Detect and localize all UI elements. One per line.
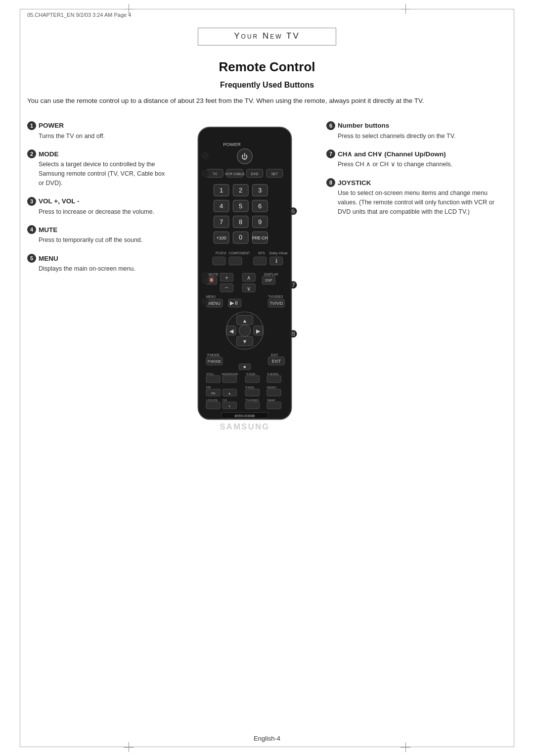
svg-text:▶⏸: ▶⏸ [230, 300, 239, 306]
svg-text:DVD: DVD [251, 172, 259, 176]
svg-text:❹: ❹ [201, 271, 209, 281]
svg-text:S.MODE: S.MODE [267, 372, 278, 375]
annotation-text: Use to select on-screen menu items and c… [326, 189, 507, 216]
annotation-title: 3 VOL +, VOL - [27, 197, 166, 206]
svg-rect-112 [267, 402, 281, 409]
svg-rect-42 [254, 257, 267, 265]
annotation-label: POWER [39, 122, 64, 129]
annotation-label: MODE [39, 150, 59, 158]
annotation-number: 3 [27, 197, 36, 206]
header-meta: 05.CHAPTER1_EN 9/2/03 3:24 AM Page 4 [27, 12, 131, 18]
left-annotation-item: 4 MUTE Press to temporarily cut off the … [27, 225, 166, 245]
page-footer: English-4 [0, 735, 534, 742]
svg-text:8: 8 [239, 218, 242, 226]
svg-rect-102 [245, 389, 259, 396]
annotation-text: Selects a target device to controlled by… [27, 160, 166, 188]
annotation-label: Number buttons [338, 122, 389, 129]
section-subtitle: Frequently Used Buttons [27, 81, 507, 90]
annotation-title: 5 MENU [27, 254, 166, 263]
svg-text:❻: ❻ [289, 206, 297, 217]
svg-text:MENU: MENU [208, 301, 220, 306]
content-layout: 1 POWER Turns the TV on and off. 2 MODE … [27, 121, 507, 449]
page-title: Remote Control [27, 59, 507, 75]
annotation-text: Press to temporarily cut off the sound. [27, 236, 166, 245]
annotation-title: 4 MUTE [27, 225, 166, 234]
svg-text:TV/VID: TV/VID [269, 301, 283, 306]
left-annotation-item: 3 VOL +, VOL - Press to increase or decr… [27, 197, 166, 217]
svg-rect-92 [222, 376, 236, 382]
svg-text:SWAP: SWAP [267, 399, 275, 402]
svg-text:CH: CH [222, 399, 227, 402]
annotation-title: 2 MODE [27, 149, 166, 158]
svg-text:SET: SET [271, 172, 278, 176]
svg-text:PRE-CH: PRE-CH [252, 236, 268, 240]
svg-text:P.MODE: P.MODE [208, 360, 221, 364]
svg-text:❶: ❶ [201, 150, 209, 161]
svg-text:P.SIZE: P.SIZE [245, 386, 254, 389]
left-annotations: 1 POWER Turns the TV on and off. 2 MODE … [27, 121, 171, 283]
svg-text:MTS: MTS [258, 251, 265, 255]
svg-text:P.MODE: P.MODE [207, 353, 220, 357]
annotation-label: VOL +, VOL - [39, 197, 79, 205]
svg-rect-103 [267, 389, 281, 396]
svg-text:7: 7 [220, 218, 223, 226]
right-annotation-item: 6 Number buttons Press to select channel… [326, 121, 507, 141]
svg-text:❽: ❽ [289, 329, 297, 339]
svg-text:STILL: STILL [206, 372, 214, 375]
svg-text:COMPONENT: COMPONENT [229, 251, 250, 255]
svg-text:TV: TV [213, 172, 217, 176]
annotation-number: 6 [326, 121, 335, 130]
annotation-label: MUTE [39, 226, 57, 234]
left-annotation-item: 1 POWER Turns the TV on and off. [27, 121, 166, 141]
svg-text:LOCATE: LOCATE [206, 399, 218, 402]
annotation-number: 7 [326, 149, 335, 158]
intro-text: You can use the remote control up to a d… [27, 95, 507, 106]
svg-text:0: 0 [239, 233, 242, 240]
annotation-text: Displays the main on-screen menu. [27, 264, 166, 274]
svg-point-78 [239, 325, 251, 336]
annotation-label: MENU [39, 255, 58, 262]
svg-text:ADD/ERASE: ADD/ERASE [222, 372, 238, 375]
svg-rect-94 [267, 376, 281, 382]
svg-text:■: ■ [244, 364, 246, 369]
svg-text:1: 1 [220, 187, 223, 194]
left-annotation-item: 5 MENU Displays the main on-screen menu. [27, 254, 166, 274]
svg-rect-93 [245, 376, 259, 382]
svg-text:▲: ▲ [228, 391, 231, 394]
svg-text:5: 5 [239, 202, 242, 210]
svg-text:EXIT: EXIT [272, 359, 281, 364]
annotation-label: CH∧ and CH∨ (Channel Up/Down) [338, 150, 446, 158]
svg-rect-111 [245, 402, 259, 409]
annotation-title: 8 JOYSTICK [326, 178, 507, 187]
svg-text:DSP: DSP [265, 278, 272, 282]
svg-text:6: 6 [258, 202, 262, 210]
svg-text:PIP: PIP [206, 386, 211, 389]
right-annotation-item: 8 JOYSTICK Use to select on-screen menu … [326, 178, 507, 216]
svg-text:EXIT: EXIT [271, 353, 278, 357]
annotation-label: JOYSTICK [338, 179, 371, 187]
annotation-text: Press to increase or decrease the volume… [27, 207, 166, 217]
svg-text:◀: ◀ [229, 328, 234, 333]
svg-text:BN59-00308B: BN59-00308B [235, 414, 255, 418]
right-annotations: 6 Number buttons Press to select channel… [319, 121, 507, 226]
annotation-number: 8 [326, 178, 335, 187]
svg-text:3: 3 [258, 187, 262, 194]
svg-text:TV/VIDEO: TV/VIDEO [245, 399, 259, 402]
right-annotation-item: 7 CH∧ and CH∨ (Channel Up/Down) Press CH… [326, 149, 507, 169]
svg-text:RESET: RESET [267, 386, 277, 389]
svg-text:ℹ: ℹ [275, 258, 277, 264]
svg-text:🔇: 🔇 [209, 277, 215, 283]
svg-text:−: − [225, 284, 228, 291]
svg-rect-40 [213, 257, 225, 265]
svg-text:⏻: ⏻ [242, 152, 248, 160]
left-annotation-item: 2 MODE Selects a target device to contro… [27, 149, 166, 188]
svg-text:▼: ▼ [242, 338, 248, 344]
svg-text:∨: ∨ [228, 404, 230, 407]
annotation-text: Turns the TV on and off. [27, 132, 166, 141]
main-content: Remote Control Frequently Used Buttons Y… [27, 59, 507, 448]
svg-text:9: 9 [258, 218, 262, 226]
svg-text:TV/VIDEO: TV/VIDEO [268, 294, 283, 298]
remote-container: POWER ⏻ TV VCR CABLE DVD SET 1 2 [171, 121, 319, 449]
svg-rect-108 [206, 402, 220, 409]
remote-svg: POWER ⏻ TV VCR CABLE DVD SET 1 2 [180, 121, 309, 449]
